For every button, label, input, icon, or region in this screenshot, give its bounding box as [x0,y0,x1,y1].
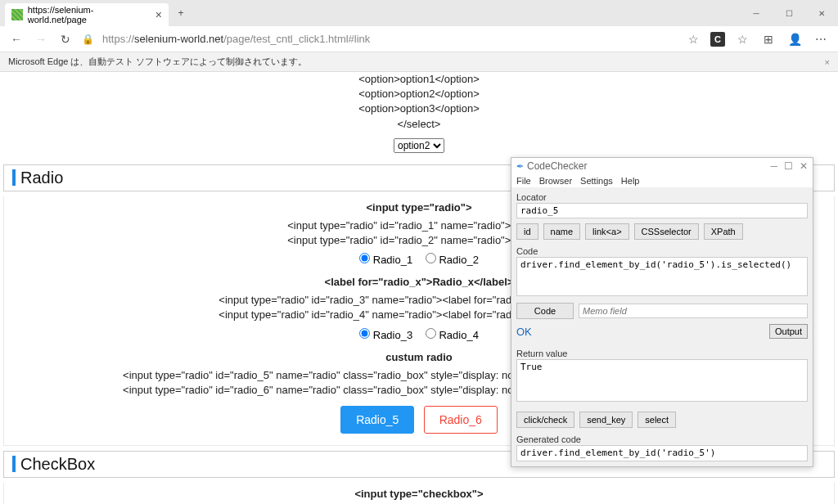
lock-icon: 🔒 [82,34,94,45]
checkbox-sub1: <input type="checkbox"> <input type="che… [3,483,835,504]
minimize-icon[interactable]: ─ [740,0,773,26]
browser-tab[interactable]: https://selenium-world.net/page × [5,3,169,26]
radio-1-input[interactable] [359,253,370,263]
automation-infobar: Microsoft Edge は、自動テスト ソフトウェアによって制御されていま… [0,52,838,72]
cc-xpath-button[interactable]: XPath [704,223,743,240]
collections-icon[interactable]: ⊞ [759,33,777,46]
cc-menu-file[interactable]: File [516,176,531,186]
infobar-text: Microsoft Edge は、自動テスト ソフトウェアによって制御されていま… [8,56,307,68]
cc-select-button[interactable]: select [638,412,676,428]
cc-code-textarea[interactable] [516,257,808,296]
close-icon[interactable]: × [155,8,162,21]
cc-menubar: File Browser Settings Help [511,174,813,187]
cc-menu-help[interactable]: Help [621,176,640,186]
maximize-icon[interactable]: ☐ [773,0,805,26]
window-controls: ─ ☐ ✕ [740,0,838,26]
cc-return-label: Return value [516,347,808,359]
back-icon[interactable]: ← [8,33,25,46]
new-tab-button[interactable]: + [172,4,190,22]
cc-code-button[interactable]: Code [516,303,574,319]
radio-3-input[interactable] [359,328,370,339]
cc-name-button[interactable]: name [543,223,581,240]
cc-ok-status: OK [516,326,532,338]
radio-heading: Radio [20,169,63,187]
radio-6-button[interactable]: Radio_6 [424,406,498,434]
browser-titlebar: https://selenium-world.net/page × + ─ ☐ … [0,0,838,26]
checkbox-sub1-head: <input type="checkbox"> [4,483,834,504]
profile-icon[interactable]: 👤 [786,33,804,46]
select-code-snippet: <option>option1</option> <option>option2… [3,72,835,132]
star-icon[interactable]: ☆ [684,33,702,46]
favorites-icon[interactable]: ☆ [733,33,751,46]
tab-title: https://selenium-world.net/page [28,5,151,25]
radio-2[interactable]: Radio_2 [426,254,479,266]
close-infobar-icon[interactable]: × [825,57,830,67]
cc-return-textarea[interactable] [516,359,808,402]
cc-click-button[interactable]: click/check [516,412,574,428]
cc-output-button[interactable]: Output [769,324,808,339]
radio-1[interactable]: Radio_1 [359,254,412,266]
cc-menu-settings[interactable]: Settings [580,176,613,186]
codechecker-window: ✒ CodeChecker ─ ☐ ✕ File Browser Setting… [511,157,813,467]
more-icon[interactable]: ⋯ [812,33,830,46]
radio-5-button[interactable]: Radio_5 [340,406,414,434]
option-select[interactable]: option2 [394,138,444,153]
cc-menu-browser[interactable]: Browser [539,176,572,186]
reload-icon[interactable]: ↻ [57,33,74,46]
c-extension-icon[interactable]: C [710,32,725,47]
radio-4[interactable]: Radio_4 [426,329,479,341]
cc-title-text: CodeChecker [527,160,587,172]
cc-gen-label: Generated code [516,433,808,445]
cc-memo-field[interactable] [579,304,808,318]
radio-4-input[interactable] [426,328,436,339]
forward-icon: → [33,33,49,46]
cc-locator-input[interactable] [516,203,808,218]
radio-3[interactable]: Radio_3 [359,329,412,341]
cc-locator-label: Locator [516,191,808,203]
checkbox-heading: CheckBox [20,455,95,474]
favicon-icon [11,9,23,20]
cc-link-button[interactable]: link<a> [585,223,628,240]
radio-2-input[interactable] [426,253,436,263]
cc-id-button[interactable]: id [516,223,538,240]
cc-minimize-icon[interactable]: ─ [770,160,777,172]
cc-sendkey-button[interactable]: send_key [579,412,633,428]
section-accent [12,169,16,186]
cc-gen-textarea[interactable] [516,445,808,461]
cc-css-button[interactable]: CSSselector [634,223,699,240]
url-field[interactable]: https://selenium-world.net/page/test_cnt… [102,33,676,45]
section-accent [12,456,16,472]
cc-app-icon: ✒ [516,161,524,172]
cc-maximize-icon[interactable]: ☐ [784,160,793,172]
cc-titlebar[interactable]: ✒ CodeChecker ─ ☐ ✕ [511,158,813,174]
address-bar: ← → ↻ 🔒 https://selenium-world.net/page/… [0,26,838,52]
cc-code-label: Code [516,245,808,257]
close-window-icon[interactable]: ✕ [805,0,838,26]
cc-close-icon[interactable]: ✕ [800,160,808,172]
